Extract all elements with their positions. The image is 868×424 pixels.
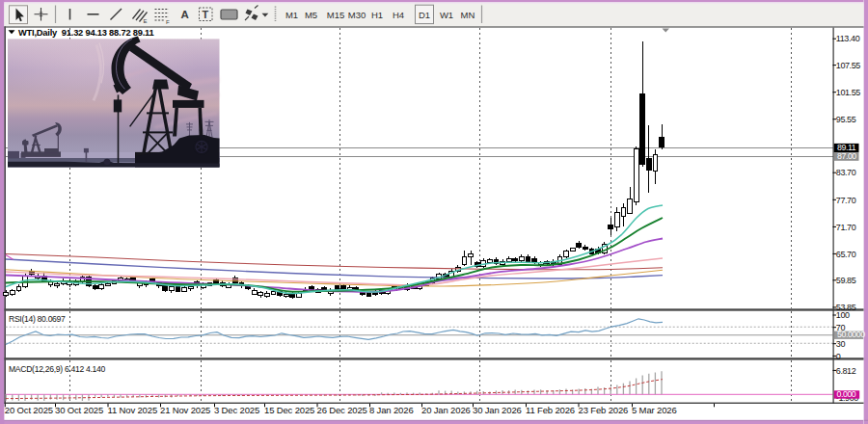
svg-text:5 Mar 2026: 5 Mar 2026 — [632, 405, 677, 415]
svg-text:100: 100 — [836, 310, 850, 320]
svg-text:W1: W1 — [440, 10, 453, 20]
svg-text:WTI,Daily 91.32 94.13 88.72 8: WTI,Daily 91.32 94.13 88.72 89.11 — [18, 28, 154, 38]
svg-text:M30: M30 — [348, 10, 366, 20]
svg-text:83.70: 83.70 — [836, 168, 856, 177]
svg-text:A: A — [181, 9, 189, 20]
svg-text:MACD(12,26,9) 6.412 4.140: MACD(12,26,9) 6.412 4.140 — [9, 364, 106, 374]
svg-text:MN: MN — [461, 10, 475, 20]
svg-text:15 Dec 2025: 15 Dec 2025 — [264, 405, 314, 415]
svg-text:RSI(14) 80.0697: RSI(14) 80.0697 — [9, 314, 66, 324]
svg-text:30 Jan 2026: 30 Jan 2026 — [473, 405, 522, 415]
svg-text:M15: M15 — [327, 10, 344, 20]
svg-text:0.000: 0.000 — [837, 389, 856, 399]
svg-text:87.00: 87.00 — [837, 151, 856, 161]
svg-text:107.55: 107.55 — [836, 61, 861, 70]
svg-text:20 Jan 2026: 20 Jan 2026 — [421, 405, 471, 415]
svg-text:30 Oct 2025: 30 Oct 2025 — [55, 405, 103, 415]
svg-text:E: E — [144, 18, 148, 24]
svg-text:71.70: 71.70 — [836, 223, 856, 232]
svg-text:M5: M5 — [305, 10, 317, 20]
svg-text:H1: H1 — [371, 10, 383, 20]
svg-text:95.55: 95.55 — [836, 115, 856, 124]
svg-text:D1: D1 — [419, 10, 430, 20]
svg-text:26 Dec 2025: 26 Dec 2025 — [317, 405, 367, 415]
svg-text:8 Jan 2026: 8 Jan 2026 — [369, 405, 414, 415]
svg-text:59.85: 59.85 — [836, 276, 856, 285]
svg-text:0: 0 — [836, 352, 841, 361]
svg-text:3 Dec 2025: 3 Dec 2025 — [214, 405, 259, 415]
svg-text:M1: M1 — [285, 10, 298, 20]
svg-text:11 Feb 2026: 11 Feb 2026 — [526, 405, 575, 415]
svg-text:101.55: 101.55 — [836, 88, 861, 97]
svg-text:30: 30 — [836, 339, 846, 349]
svg-text:77.70: 77.70 — [836, 196, 856, 205]
svg-text:F: F — [166, 19, 170, 25]
svg-text:6.812: 6.812 — [836, 366, 856, 376]
svg-text:H4: H4 — [393, 10, 404, 20]
svg-text:113.40: 113.40 — [836, 34, 860, 43]
svg-text:23 Feb 2026: 23 Feb 2026 — [579, 405, 629, 415]
svg-text:T: T — [203, 9, 209, 20]
svg-text:50.0000: 50.0000 — [837, 330, 865, 339]
svg-text:11 Nov 2025: 11 Nov 2025 — [108, 405, 158, 415]
svg-text:20 Oct 2025: 20 Oct 2025 — [5, 405, 53, 415]
svg-text:21 Nov 2025: 21 Nov 2025 — [160, 405, 210, 415]
svg-text:65.70: 65.70 — [836, 250, 856, 259]
